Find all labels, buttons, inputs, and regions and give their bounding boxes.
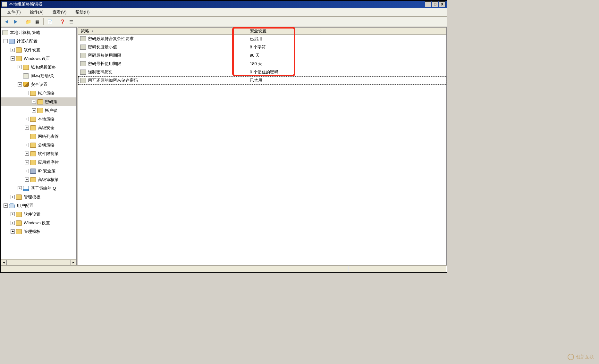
folder-icon [30,125,36,130]
expand-icon[interactable]: + [25,160,29,164]
tree-local-policies[interactable]: +本地策略 [1,115,76,123]
menu-action[interactable]: 操作(A) [25,8,48,16]
expand-icon[interactable]: + [25,126,29,130]
expand-icon[interactable]: + [11,212,15,216]
watermark-text: 创新互联 [576,354,594,360]
tree-computer-config[interactable]: −计算机配置 [1,37,76,46]
separator [22,18,22,25]
column-policy[interactable]: 策略▲ [78,28,247,34]
titlebar[interactable]: 本地组策略编辑器 _ □ X [1,1,447,8]
expand-icon[interactable]: + [11,195,15,199]
server-icon [30,169,36,174]
tree-user-software[interactable]: +软件设置 [1,210,76,219]
list-row[interactable]: 用可还原的加密来储存密码已禁用 [78,76,446,85]
tree-scripts[interactable]: 脚本(启动/关 [1,71,76,80]
arrow-right-icon [14,20,17,24]
scroll-thumb[interactable] [7,260,45,265]
collapse-icon[interactable]: − [11,56,15,61]
maximize-button[interactable]: □ [432,1,438,7]
tree-user-windows[interactable]: +Windows 设置 [1,219,76,227]
list-body: 密码必须符合复杂性要求已启用 密码长度最小值8 个字符 密码最短使用期限90 天… [78,35,446,265]
tree-ip-security[interactable]: +IP 安全策 [1,167,76,175]
tree-scrollbar-h[interactable]: ◄ ► [1,259,76,265]
tree-root[interactable]: 本地计算机 策略 [1,28,76,37]
back-button[interactable] [3,18,11,26]
expand-icon[interactable]: + [18,186,22,190]
expand-icon[interactable]: + [32,100,36,104]
tree-advanced-audit[interactable]: +高级审核策 [1,175,76,184]
expand-icon[interactable]: + [25,169,29,173]
separator [56,18,56,25]
folder-icon [30,117,36,122]
properties-button[interactable]: ☰ [67,18,75,26]
forward-button[interactable] [12,18,20,26]
watermark-icon [568,354,574,360]
tree-user-admin-templates[interactable]: +管理模板 [1,227,76,236]
scroll-left-button[interactable]: ◄ [1,260,7,265]
tree-policy-qos[interactable]: +基于策略的 Q [1,184,76,193]
export-button[interactable]: 📄 [46,18,54,26]
separator [43,18,44,25]
folder-icon [37,108,43,113]
expand-icon[interactable]: + [11,48,15,52]
chart-icon [23,186,29,191]
minimize-button[interactable]: _ [425,1,431,7]
user-icon [9,203,15,208]
expand-icon[interactable]: + [25,117,29,121]
expand-icon[interactable]: + [11,229,15,234]
tree-advanced-security[interactable]: +高级安全 [1,123,76,132]
folder-icon [30,91,36,96]
window-controls: _ □ X [425,1,445,7]
list-row[interactable]: 强制密码历史0 个记住的密码 [78,68,446,76]
collapse-icon[interactable]: − [4,203,8,208]
column-setting[interactable]: 安全设置 [247,28,320,34]
show-hide-tree-button[interactable]: ▦ [33,18,41,26]
arrow-left-icon [5,20,8,24]
tree-account-policies[interactable]: −帐户策略 [1,89,76,97]
folder-icon [16,220,22,226]
tree-windows-settings[interactable]: −Windows 设置 [1,54,76,63]
expand-icon[interactable]: + [25,178,29,182]
close-button[interactable]: X [439,1,445,7]
list-row[interactable]: 密码必须符合复杂性要求已启用 [78,35,446,43]
list-row[interactable]: 密码最长使用期限180 天 [78,60,446,68]
folder-icon [30,134,36,139]
tree-account-lockout[interactable]: +帐户锁 [1,106,76,115]
list-row[interactable]: 密码长度最小值8 个字符 [78,43,446,51]
policy-tree: 本地计算机 策略 −计算机配置 +软件设置 −Windows 设置 +域名解析策… [1,28,76,236]
tree-software-restrict[interactable]: +软件限制策 [1,149,76,158]
expand-icon[interactable]: + [25,152,29,156]
sort-asc-icon: ▲ [91,29,94,33]
expand-icon[interactable]: + [25,143,29,147]
tree-software-settings[interactable]: +软件设置 [1,46,76,54]
tree-password-policy[interactable]: +密码策 [1,97,76,106]
help-button[interactable]: ❓ [58,18,66,26]
scroll-right-button[interactable]: ► [71,260,76,265]
tree-app-control[interactable]: +应用程序控 [1,158,76,167]
menu-help[interactable]: 帮助(H) [71,8,94,16]
tree-user-config[interactable]: −用户配置 [1,201,76,210]
expand-icon[interactable]: + [32,108,36,112]
tree-icon: ▦ [35,19,39,24]
tree-dns-policy[interactable]: +域名解析策略 [1,63,76,71]
collapse-icon[interactable]: − [4,39,8,43]
folder-icon [16,56,22,61]
tree-public-key[interactable]: +公钥策略 [1,141,76,149]
tree-panel[interactable]: 本地计算机 策略 −计算机配置 +软件设置 −Windows 设置 +域名解析策… [1,27,77,265]
tree-admin-templates[interactable]: +管理模板 [1,193,76,201]
script-icon [23,73,29,79]
folder-icon [30,177,36,182]
policy-item-icon [80,70,86,75]
collapse-icon[interactable]: − [25,91,29,95]
expand-icon[interactable]: + [11,221,15,225]
properties-icon: ☰ [69,19,73,24]
tree-network-list[interactable]: 网络列表管 [1,132,76,141]
list-row[interactable]: 密码最短使用期限90 天 [78,51,446,60]
collapse-icon[interactable]: − [18,82,22,87]
tree-security-settings[interactable]: −安全设置 [1,80,76,89]
gpedit-window: 本地组策略编辑器 _ □ X 文件(F) 操作(A) 查看(V) 帮助(H) 📁… [0,0,447,273]
menu-view[interactable]: 查看(V) [48,8,71,16]
menu-file[interactable]: 文件(F) [3,8,25,16]
expand-icon[interactable]: + [18,65,22,69]
up-folder-button[interactable]: 📁 [24,18,32,26]
